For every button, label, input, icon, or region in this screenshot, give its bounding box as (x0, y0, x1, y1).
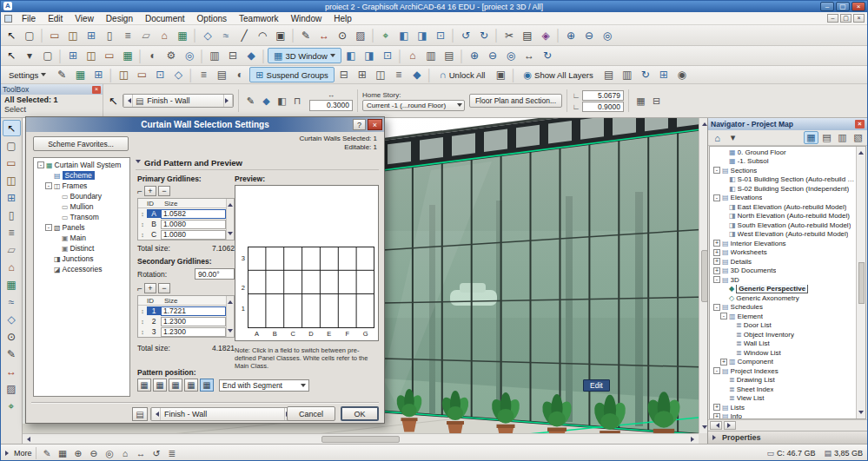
toolbar-icon[interactable]: ▤ (519, 28, 536, 43)
toolbar-icon[interactable]: ◐ (144, 48, 162, 63)
gridline-row[interactable]: ↕ C 1.0080 (138, 229, 226, 240)
toolbar-icon[interactable]: ⊞ (655, 67, 673, 82)
toolbar-icon[interactable]: │ (397, 48, 403, 63)
navigator-tree-item[interactable]: - ▤ 3D (711, 275, 855, 285)
toolbar-icon[interactable]: ▯ (101, 28, 118, 43)
navigator-tree-item[interactable]: + ▤ Info (711, 412, 855, 420)
toolbar-icon[interactable]: ↺ (457, 28, 474, 43)
navigator-tree-item[interactable]: ◨ West Elevation (Auto-rebuild Model) (711, 230, 855, 240)
navigator-close-icon[interactable]: × (855, 120, 865, 128)
toolbar-icon[interactable]: ↻ (475, 28, 493, 43)
menu-item[interactable]: Window (285, 12, 328, 24)
toolbar-icon[interactable]: ⊡ (432, 28, 449, 43)
vscroll-thumb[interactable] (858, 262, 865, 304)
toolbar-icon[interactable]: ▥ (422, 48, 440, 63)
gridline-row[interactable]: ↕ 2 1.2300 (138, 316, 226, 326)
toolbar-icon[interactable]: ⊞ (64, 48, 82, 63)
close-button[interactable]: × (851, 2, 865, 11)
row-handle-icon[interactable]: ↕ (138, 211, 147, 217)
toolbar-icon[interactable]: ▢ (21, 28, 38, 43)
toolbar-icon[interactable]: ◐ (231, 67, 248, 82)
floor-plan-section-button[interactable]: Floor Plan and Section... (469, 94, 562, 108)
scroll-down-icon[interactable] (228, 329, 233, 335)
tool-icon[interactable]: ↔ (3, 363, 21, 379)
infobox-icon[interactable]: ▦ (633, 94, 648, 108)
scroll-left-button[interactable] (710, 421, 722, 430)
wall-favorite-dropdown[interactable]: ▤ Finish - Wall (123, 94, 234, 108)
minimize-button[interactable]: – (820, 2, 834, 11)
navigator-tree-item[interactable]: ◨ South Elevation (Auto-rebuild Model) (711, 221, 855, 230)
pattern-option-icon[interactable]: ▦ (137, 379, 151, 392)
toolbar-icon[interactable]: ⊕ (562, 28, 580, 43)
toolbar-icon[interactable]: ◎ (502, 48, 520, 63)
gridline-size-input[interactable]: 1.0582 (161, 209, 226, 219)
toolbar-icon[interactable]: ◇ (169, 67, 187, 82)
toolbar-icon[interactable]: ▣ (272, 28, 289, 43)
toolbar-icon[interactable]: ≡ (119, 28, 136, 43)
menu-item[interactable]: File (16, 12, 42, 24)
gridline-row[interactable]: ↕ 1 1.7221 (138, 306, 226, 316)
infobox-icon[interactable]: ◧ (275, 94, 289, 108)
toolbar-icon[interactable]: ⌂ (404, 48, 421, 63)
navigator-tree-item[interactable]: - ▥ Element (711, 312, 855, 321)
settings-tree-item[interactable]: - ◫ Frames (35, 181, 129, 191)
toolbar-icon[interactable]: ⊖ (484, 48, 501, 63)
navigator-tree-item[interactable]: ≣ Window List (711, 348, 855, 358)
toolbar-icon[interactable]: ▤ (600, 67, 618, 82)
scroll-down-icon[interactable] (228, 232, 233, 238)
settings-tree-item[interactable]: ▣ Main (35, 233, 129, 243)
toolbar-icon[interactable]: ↖ (3, 48, 20, 63)
infobox-icon[interactable]: ⊟ (649, 94, 664, 108)
navigator-tree-item[interactable]: ≣ Object Inventory (711, 330, 855, 339)
tree-expander-icon[interactable]: + (713, 404, 720, 411)
toolbar-icon[interactable]: ◠ (254, 28, 271, 43)
toolbar-icon[interactable]: ◆ (242, 48, 260, 63)
navigator-map-icon[interactable]: ▧ (851, 131, 865, 144)
toolbar-icon[interactable]: │ (510, 67, 516, 82)
table-scrollbar[interactable] (226, 199, 234, 240)
menu-item[interactable]: View (69, 12, 100, 24)
tool-icon[interactable]: ⊙ (3, 328, 21, 345)
toolbar-icon[interactable]: ⚙ (162, 48, 180, 63)
doc-minimize-button[interactable]: – (827, 14, 838, 23)
navigator-tree-item[interactable]: ≣ Drawing List (711, 376, 855, 385)
toolbar-icon[interactable]: ≡ (390, 67, 407, 82)
toolbar-icon[interactable]: │ (39, 28, 45, 43)
toolbar-icon[interactable]: ⌖ (377, 28, 394, 43)
tree-expander-icon[interactable]: - (713, 367, 720, 374)
toolbar-icon[interactable]: ≈ (217, 28, 235, 43)
gridline-row[interactable]: ↕ 3 1.2300 (138, 326, 226, 337)
prev-favorite-button[interactable] (151, 408, 161, 420)
toolbar-icon[interactable]: ⊡ (379, 48, 396, 63)
gridline-id[interactable]: 1 (147, 306, 161, 315)
gridline-size-input[interactable]: 1.7221 (161, 306, 226, 316)
edit-pet-palette-button[interactable]: Edit (583, 379, 610, 392)
tree-expander-icon[interactable]: + (713, 258, 720, 265)
scroll-down-icon[interactable] (702, 425, 707, 431)
tool-icon[interactable]: ▦ (3, 276, 21, 293)
rotation-input[interactable]: 90.00° (195, 268, 235, 280)
toolbar-icon[interactable]: ▥ (206, 48, 223, 63)
toolbar-icon[interactable]: ◫ (64, 28, 82, 43)
tree-expander-icon[interactable]: - (713, 304, 720, 311)
gridline-size-input[interactable]: 1.0080 (161, 220, 226, 229)
toolbar-icon[interactable]: ◧ (395, 28, 413, 43)
navigator-tree-item[interactable]: ▦ 0. Ground Floor (711, 148, 855, 157)
scroll-right-button[interactable] (724, 421, 736, 430)
menu-item[interactable]: Options (191, 12, 233, 24)
toolbar-icon[interactable]: │ (494, 28, 500, 43)
statusbar-icon[interactable]: ↺ (149, 447, 164, 460)
gridline-row[interactable]: ↕ B 1.0080 (138, 219, 226, 229)
statusbar-icon[interactable]: ↔ (134, 447, 149, 460)
navigator-tree-item[interactable]: ▦ -1. Subsol (711, 157, 855, 167)
navigator-tree-item[interactable]: - ▤ Elevations (711, 194, 855, 203)
toolbar-icon[interactable]: │ (199, 48, 205, 63)
toolbar-icon[interactable]: │ (290, 28, 296, 43)
navigator-tree-item[interactable]: ◇ Generic Axonometry (711, 293, 855, 303)
navigator-hscrollbar[interactable] (708, 419, 867, 431)
settings-tree-item[interactable]: - ▦ Curtain Wall System (35, 160, 129, 170)
tool-icon[interactable]: ◇ (3, 311, 21, 327)
tool-icon[interactable]: ⌂ (3, 259, 21, 275)
toolbar-icon[interactable]: │ (188, 67, 194, 82)
settings-tree-item[interactable]: ▭ Mullion (35, 201, 129, 212)
